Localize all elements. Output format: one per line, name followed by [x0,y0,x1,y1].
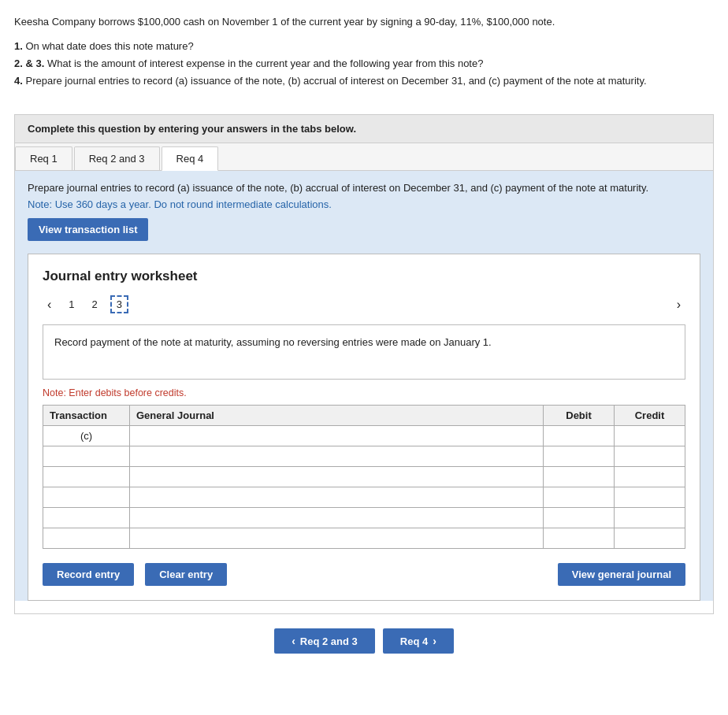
debit-cell-5[interactable] [544,508,615,528]
credit-cell-2[interactable] [615,446,685,467]
table-row [43,487,685,508]
entry-description: Record payment of the note at maturity, … [43,324,685,380]
worksheet-card: Journal entry worksheet ‹ 1 2 3 › Record… [28,254,700,601]
q4-text: Prepare journal entries to record (a) is… [25,75,646,87]
transaction-cell-3 [43,467,130,487]
th-transaction: Transaction [43,406,130,426]
tab-description: Prepare journal entries to record (a) is… [28,180,700,196]
q4-number: 4. [14,75,23,87]
tabs-container: Req 1 Req 2 and 3 Req 4 Prepare journal … [14,143,714,615]
debit-cell-2[interactable] [544,446,615,467]
worksheet-nav-row: ‹ 1 2 3 › [43,295,685,313]
view-general-journal-button[interactable]: View general journal [558,563,685,586]
table-row [43,508,685,528]
step-1[interactable]: 1 [64,297,79,312]
step-3[interactable]: 3 [110,295,128,313]
q1-number: 1. [14,40,23,52]
general-journal-input-4[interactable] [130,487,543,507]
general-journal-cell-6[interactable] [130,528,544,549]
th-credit: Credit [615,406,685,426]
debit-input-2[interactable] [544,446,614,466]
general-journal-cell-3[interactable] [130,467,544,487]
debit-input-5[interactable] [544,508,614,528]
credit-cell-4[interactable] [615,487,685,508]
view-transaction-button[interactable]: View transaction list [28,218,148,241]
debit-cell-3[interactable] [544,467,615,487]
general-journal-cell-4[interactable] [130,487,544,508]
q1-text: On what date does this note mature? [25,40,193,52]
credit-input-3[interactable] [615,467,685,487]
questions-section: 1. On what date does this note mature? 2… [14,38,714,90]
credit-cell-5[interactable] [615,508,685,528]
journal-table: Transaction General Journal Debit Credit… [43,405,685,549]
intro-text: Keesha Company borrows $100,000 cash on … [14,14,714,30]
note-debits: Note: Enter debits before credits. [43,387,685,398]
prev-nav-label: Req 2 and 3 [300,635,358,647]
bottom-navigation: ‹ Req 2 and 3 Req 4 › [14,628,714,661]
general-journal-cell-2[interactable] [130,446,544,467]
debit-input-1[interactable] [544,426,614,446]
debit-input-3[interactable] [544,467,614,487]
credit-input-5[interactable] [615,508,685,528]
general-journal-input-2[interactable] [130,446,543,466]
general-journal-cell-1[interactable] [130,426,544,446]
table-row: (c) [43,426,685,446]
tabs-bar: Req 1 Req 2 and 3 Req 4 [15,143,713,171]
debit-input-6[interactable] [544,528,614,548]
prev-arrow-icon: ‹ [292,635,295,647]
debit-input-4[interactable] [544,487,614,507]
table-row [43,446,685,467]
next-nav-button[interactable]: Req 4 › [383,628,454,654]
credit-cell-6[interactable] [615,528,685,549]
table-row [43,528,685,549]
q23-number: 2. & 3. [14,57,44,69]
next-step-button[interactable]: › [672,296,685,313]
clear-entry-button[interactable]: Clear entry [145,563,227,586]
transaction-cell-1: (c) [43,426,130,446]
step-2[interactable]: 2 [87,297,102,312]
next-arrow-icon: › [433,635,436,647]
worksheet-bottom-buttons: Record entry Clear entry View general jo… [43,560,685,586]
transaction-cell-5 [43,508,130,528]
tab-req1[interactable]: Req 1 [15,146,72,170]
worksheet-title: Journal entry worksheet [43,269,685,284]
credit-input-6[interactable] [615,528,685,548]
transaction-cell-6 [43,528,130,549]
debit-cell-1[interactable] [544,426,615,446]
credit-input-1[interactable] [615,426,685,446]
general-journal-input-6[interactable] [130,528,543,548]
tab-content: Prepare journal entries to record (a) is… [15,171,713,602]
tab-req4[interactable]: Req 4 [162,146,219,171]
credit-cell-3[interactable] [615,467,685,487]
transaction-cell-2 [43,446,130,467]
general-journal-cell-5[interactable] [130,508,544,528]
prev-step-button[interactable]: ‹ [43,296,56,313]
table-row [43,467,685,487]
next-nav-label: Req 4 [400,635,428,647]
credit-input-2[interactable] [615,446,685,466]
tab-note: Note: Use 360 days a year. Do not round … [28,198,700,210]
debit-cell-6[interactable] [544,528,615,549]
general-journal-input-5[interactable] [130,508,543,528]
q23-text: What is the amount of interest expense i… [47,57,484,69]
debit-cell-4[interactable] [544,487,615,508]
credit-input-4[interactable] [615,487,685,507]
tab-req2and3[interactable]: Req 2 and 3 [74,146,160,170]
th-debit: Debit [544,406,615,426]
complete-banner: Complete this question by entering your … [14,114,714,143]
record-entry-button[interactable]: Record entry [43,563,134,586]
general-journal-input-1[interactable] [130,426,543,446]
transaction-cell-4 [43,487,130,508]
credit-cell-1[interactable] [615,426,685,446]
general-journal-input-3[interactable] [130,467,543,487]
prev-nav-button[interactable]: ‹ Req 2 and 3 [274,628,375,654]
th-general-journal: General Journal [130,406,544,426]
